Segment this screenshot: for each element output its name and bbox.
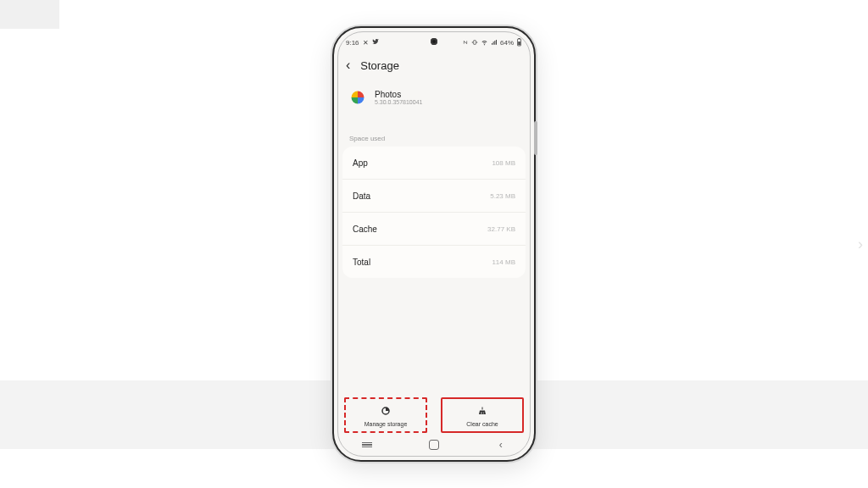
page-header: ‹ Storage [346,58,522,72]
section-label: Space used [349,135,385,142]
back-icon[interactable]: ‹ [346,58,350,72]
clear-cache-button[interactable]: Clear cache [441,397,524,433]
status-bar: 9:16 ✕ 64% [346,35,522,50]
row-label: Total [353,258,370,267]
row-value: 108 MB [492,159,515,167]
twitter-notif-icon [372,38,379,47]
battery-pct: 64% [500,39,514,47]
nav-recent-icon[interactable] [361,439,373,451]
carousel-next-icon[interactable]: › [858,236,863,253]
signal-icon [491,39,498,46]
row-app: App 108 MB [342,147,526,180]
broom-icon [477,404,487,419]
space-used-card: App 108 MB Data 5.23 MB Cache 32.77 KB T… [342,147,526,278]
background-ghost-box [0,0,59,29]
android-nav-bar: ‹ [334,436,534,453]
phone-side-button [534,121,537,155]
row-label: Data [353,191,370,201]
clear-cache-label: Clear cache [466,421,498,427]
row-value: 114 MB [492,258,515,266]
row-data: Data 5.23 MB [342,180,526,213]
app-version: 5.30.0.357810041 [375,99,422,105]
vibrate-icon [471,39,478,46]
row-value: 32.77 KB [487,225,515,233]
bottom-actions: Manage storage Clear cache [344,397,524,433]
manage-storage-button[interactable]: Manage storage [344,397,427,433]
row-label: Cache [353,225,377,234]
phone-frame: 9:16 ✕ 64% [332,26,536,462]
svg-rect-3 [518,42,520,45]
status-time: 9:16 [346,39,359,47]
row-cache: Cache 32.77 KB [342,213,526,246]
row-total: Total 114 MB [342,246,526,278]
nfc-icon [462,39,469,46]
app-info-row: Photos 5.30.0.357810041 [349,89,519,106]
app-name: Photos [375,90,422,99]
wifi-icon [481,39,488,46]
status-indicator-icon: ✕ [363,39,369,47]
svg-rect-0 [474,41,476,45]
svg-rect-2 [519,38,520,39]
nav-home-icon[interactable] [428,439,440,451]
nav-back-icon[interactable]: ‹ [495,439,507,451]
manage-storage-label: Manage storage [364,421,408,427]
photos-app-icon [349,89,366,106]
row-label: App [353,158,368,168]
battery-icon [516,38,522,47]
page-title: Storage [360,59,399,72]
donut-icon [381,404,391,419]
row-value: 5.23 MB [490,192,515,200]
